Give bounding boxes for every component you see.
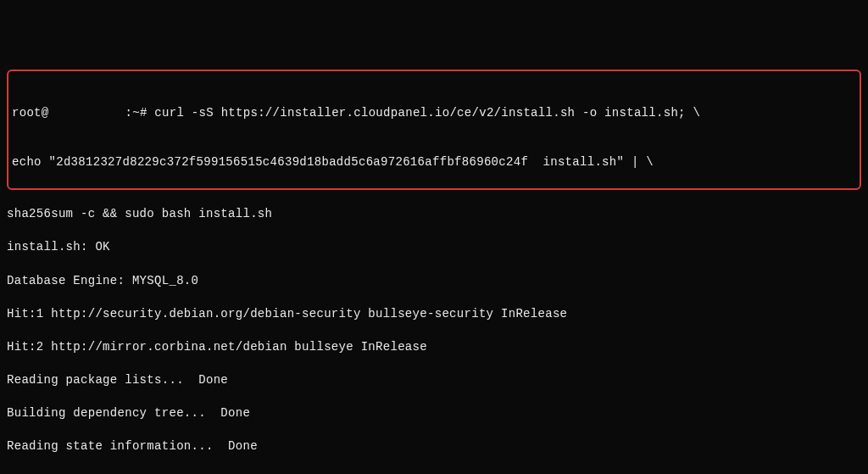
command-part-1: curl -sS https://installer.cloudpanel.io… [154, 106, 700, 120]
output-line: sha256sum -c && sudo bash install.sh [7, 206, 861, 223]
highlighted-command-box: root@:~# curl -sS https://installer.clou… [7, 70, 861, 189]
prompt-line-2: echo "2d3812327d8229c372f599156515c4639d… [12, 154, 856, 171]
output-line: Hit:2 http://mirror.corbina.net/debian b… [7, 339, 861, 356]
prompt-user: root@ [12, 106, 49, 120]
output-line: Reading state information... Done [7, 438, 861, 455]
prompt-cwd: :~# [125, 106, 147, 120]
redacted-host [49, 107, 125, 119]
output-line: install.sh: OK [7, 239, 861, 256]
output-line: Reading package lists... Done [7, 372, 861, 389]
output-line: Building dependency tree... Done [7, 405, 861, 422]
output-line: Hit:1 http://security.debian.org/debian-… [7, 306, 861, 323]
prompt-line-1: root@:~# curl -sS https://installer.clou… [12, 105, 856, 122]
output-line: Database Engine: MYSQL_8.0 [7, 273, 861, 290]
command-part-2: echo "2d3812327d8229c372f599156515c4639d… [12, 155, 654, 169]
